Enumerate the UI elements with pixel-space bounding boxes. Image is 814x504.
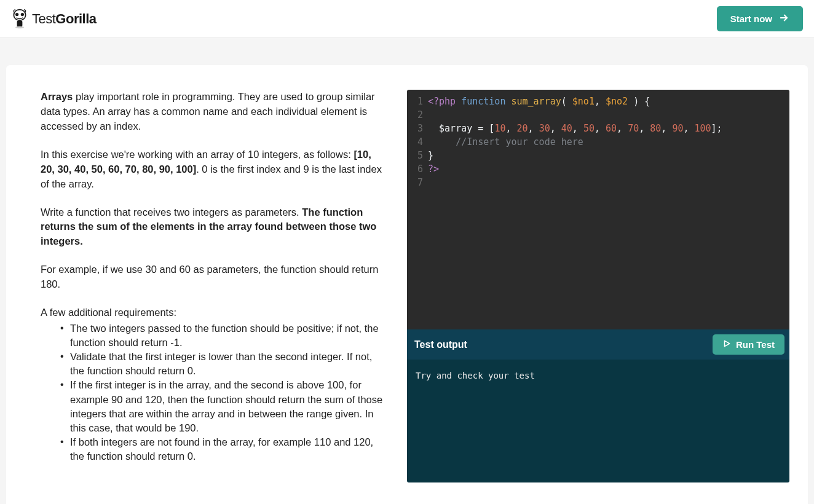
code-editor[interactable]: 1<?php function sum_array( $no1, $no2 ) … <box>407 90 789 329</box>
code-line[interactable]: 1<?php function sum_array( $no1, $no2 ) … <box>407 95 789 108</box>
play-icon <box>722 339 731 350</box>
output-title: Test output <box>414 339 467 350</box>
code-panel: 1<?php function sum_array( $no1, $no2 ) … <box>407 90 808 482</box>
gorilla-icon <box>11 8 28 30</box>
line-number: 7 <box>407 176 428 189</box>
header: TestGorilla Start now <box>0 0 814 38</box>
paragraph-2: In this exercise we're working with an a… <box>41 148 386 192</box>
paragraph-1: Arrays play important role in programmin… <box>41 90 386 134</box>
requirements-list: The two integers passed to the function … <box>41 321 386 463</box>
code-line[interactable]: 2 <box>407 108 789 122</box>
line-number: 2 <box>407 108 428 122</box>
start-now-label: Start now <box>730 14 772 24</box>
svg-point-1 <box>16 14 18 16</box>
code-content[interactable]: //Insert your code here <box>428 135 583 149</box>
paragraph-4: For example, if we use 30 and 60 as para… <box>41 262 386 292</box>
run-test-label: Run Test <box>736 339 775 350</box>
logo-text: TestGorilla <box>32 11 97 27</box>
list-item: If the first integer is in the array, an… <box>64 378 386 435</box>
arrow-right-icon <box>778 12 789 25</box>
code-content[interactable]: ?> <box>428 162 439 176</box>
logo[interactable]: TestGorilla <box>11 8 97 30</box>
paragraph-3: Write a function that receives two integ… <box>41 205 386 250</box>
output-body: Try and check your test <box>407 360 789 482</box>
list-item: If both integers are not found in the ar… <box>64 435 386 463</box>
code-line[interactable]: 3 $array = [10, 20, 30, 40, 50, 60, 70, … <box>407 122 789 135</box>
line-number: 1 <box>407 95 428 108</box>
line-number: 4 <box>407 135 428 149</box>
line-number: 3 <box>407 122 428 135</box>
line-number: 6 <box>407 162 428 176</box>
list-item: The two integers passed to the function … <box>64 321 386 350</box>
code-line[interactable]: 4 //Insert your code here <box>407 135 789 149</box>
code-content[interactable]: <?php function sum_array( $no1, $no2 ) { <box>428 95 650 108</box>
start-now-button[interactable]: Start now <box>717 6 803 31</box>
svg-rect-3 <box>18 21 22 26</box>
paragraph-5: A few additional requirements: <box>41 305 386 320</box>
output-bar: Test output Run Test <box>407 329 789 360</box>
run-test-button[interactable]: Run Test <box>713 334 784 355</box>
code-line[interactable]: 7 <box>407 176 789 189</box>
svg-point-2 <box>22 14 24 16</box>
svg-point-4 <box>15 26 24 29</box>
code-content[interactable]: $array = [10, 20, 30, 40, 50, 60, 70, 80… <box>428 122 722 135</box>
code-line[interactable]: 6?> <box>407 162 789 176</box>
exercise-card: Arrays play important role in programmin… <box>6 65 808 504</box>
code-content[interactable]: } <box>428 149 433 162</box>
code-line[interactable]: 5} <box>407 149 789 162</box>
list-item: Validate that the first integer is lower… <box>64 350 386 378</box>
problem-description: Arrays play important role in programmin… <box>6 90 407 482</box>
page-body: Arrays play important role in programmin… <box>0 38 814 504</box>
line-number: 5 <box>407 149 428 162</box>
